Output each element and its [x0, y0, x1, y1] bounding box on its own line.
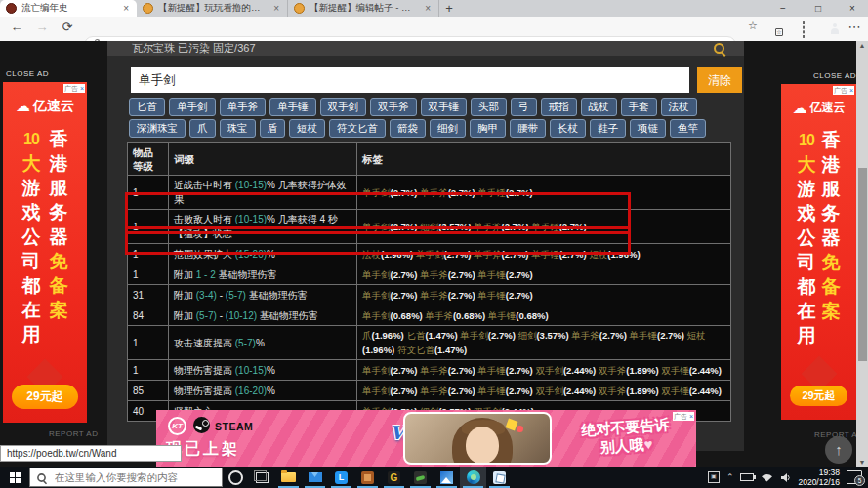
tag-link[interactable]: 符文匕首: [397, 345, 434, 355]
tag-link[interactable]: 单手剑: [362, 269, 391, 280]
filter-button-短杖[interactable]: 短杖: [289, 119, 325, 138]
filter-button-鞋子[interactable]: 鞋子: [590, 119, 626, 138]
close-ad-label-right[interactable]: CLOSE AD: [813, 71, 856, 80]
tag-link[interactable]: 单手锤: [477, 386, 506, 396]
browser-tab-1[interactable]: 【新提醒】玩玩看撸的帖子 - 1×: [137, 0, 288, 17]
close-window-button[interactable]: ×: [836, 0, 868, 17]
tab-close-icon[interactable]: ×: [271, 3, 281, 14]
g-app-button[interactable]: G: [381, 467, 407, 488]
filter-button-弓[interactable]: 弓: [511, 98, 537, 116]
tag-link[interactable]: 单手剑: [362, 365, 391, 376]
tag-link[interactable]: 细剑: [517, 330, 536, 341]
filter-button-珠宝[interactable]: 珠宝: [220, 119, 256, 138]
browser-tab-2[interactable]: 【新提醒】编辑帖子 - 乞丐版弗布×: [288, 0, 439, 17]
tag-link[interactable]: 单手锤: [477, 269, 506, 280]
filter-button-戒指[interactable]: 戒指: [541, 98, 577, 116]
filter-button-长杖[interactable]: 长杖: [550, 119, 586, 138]
tag-link[interactable]: 单手斧: [420, 386, 448, 396]
speaker-icon[interactable]: [780, 472, 791, 483]
close-ad-label-left[interactable]: CLOSE AD: [6, 69, 49, 78]
task-view-button[interactable]: [249, 467, 275, 488]
tag-link[interactable]: 单手斧: [420, 269, 448, 280]
filter-button-盾[interactable]: 盾: [260, 119, 286, 138]
edge-browser-button[interactable]: [460, 467, 486, 488]
tag-link[interactable]: 单手锤: [477, 290, 506, 301]
filter-button-手套[interactable]: 手套: [621, 98, 657, 116]
more-menu-icon[interactable]: ⋯: [846, 20, 863, 34]
tag-link[interactable]: 单手剑: [362, 386, 391, 396]
tab-close-icon[interactable]: ×: [423, 3, 433, 14]
favorites-star-icon[interactable]: ☆: [744, 20, 762, 32]
tag-link[interactable]: 双手剑: [535, 386, 563, 396]
tray-app-icon[interactable]: ▣: [708, 471, 720, 483]
back-to-top-button[interactable]: ↑: [825, 436, 852, 464]
filter-button-双手剑[interactable]: 双手剑: [320, 98, 367, 116]
filter-button-项链[interactable]: 项链: [630, 119, 666, 138]
filter-button-战杖[interactable]: 战杖: [581, 98, 617, 116]
tag-link[interactable]: 双手斧: [599, 365, 627, 376]
tag-link[interactable]: 双手锤: [661, 386, 689, 396]
collections-icon[interactable]: ☆: [770, 22, 788, 37]
line-app-button[interactable]: L: [328, 467, 354, 488]
mod-search-input[interactable]: [131, 67, 689, 93]
tab-close-icon[interactable]: ×: [121, 3, 131, 14]
tag-link[interactable]: 双手斧: [599, 386, 627, 396]
maximize-button[interactable]: □: [802, 0, 835, 17]
hidden-icons-chevron[interactable]: ⌃: [726, 472, 734, 482]
clock[interactable]: 19:38 2020/12/16: [798, 468, 840, 487]
side-ad-left[interactable]: 广告× ☁亿速云 10大游戏公司都在用香港服务器免备案 29元起: [3, 82, 87, 423]
side-ad-right[interactable]: 广告× ☁亿速云 10大游戏公司都在用香港服务器免备案 29元起: [781, 84, 856, 420]
filter-button-单手锤[interactable]: 单手锤: [269, 98, 316, 116]
tag-link[interactable]: 单手剑: [362, 310, 391, 321]
filter-button-双手斧[interactable]: 双手斧: [370, 98, 417, 116]
tag-link[interactable]: 单手锤: [488, 310, 517, 321]
filter-button-箭袋[interactable]: 箭袋: [390, 119, 426, 138]
notification-center-icon[interactable]: 5: [847, 470, 862, 484]
filter-button-爪[interactable]: 爪: [189, 119, 216, 138]
filter-button-符文匕首[interactable]: 符文匕首: [329, 119, 386, 138]
orange-app-button[interactable]: [354, 467, 381, 488]
cortana-button[interactable]: [223, 467, 249, 488]
mail-app-button[interactable]: [302, 467, 328, 488]
tag-link[interactable]: 匕首: [406, 330, 425, 341]
ad-badge[interactable]: 广告×: [63, 84, 85, 93]
filter-button-法杖[interactable]: 法杖: [661, 98, 697, 116]
tag-link[interactable]: 单手斧: [425, 310, 453, 321]
filter-button-双手锤[interactable]: 双手锤: [421, 98, 468, 116]
tag-link[interactable]: 单手剑: [362, 290, 391, 301]
report-ad-label-left[interactable]: REPORT AD: [49, 429, 98, 438]
tag-link[interactable]: 单手锤: [629, 330, 657, 341]
filter-button-鱼竿[interactable]: 鱼竿: [670, 119, 706, 138]
filter-button-腰带[interactable]: 腰带: [510, 119, 546, 138]
reload-icon[interactable]: ⟳: [59, 20, 76, 34]
scrollbar-thumb[interactable]: [858, 168, 867, 361]
game-app-button[interactable]: [407, 467, 434, 488]
start-button[interactable]: [0, 467, 29, 488]
filter-button-单手剑[interactable]: 单手剑: [169, 98, 216, 116]
filter-button-匕首[interactable]: 匕首: [129, 98, 165, 116]
ad-cta-button[interactable]: 29元起: [790, 386, 847, 406]
tag-link[interactable]: 单手斧: [571, 330, 599, 341]
battery-icon[interactable]: [740, 473, 754, 481]
clear-button[interactable]: 清除: [697, 67, 742, 93]
tag-link[interactable]: 双手锤: [661, 365, 689, 376]
tag-link[interactable]: 双手剑: [535, 365, 563, 376]
tag-link[interactable]: 爪: [362, 330, 372, 341]
minimize-button[interactable]: −: [766, 0, 800, 17]
tag-link[interactable]: 单手锤: [477, 365, 506, 376]
wifi-icon[interactable]: [761, 472, 773, 483]
ad-cta-button[interactable]: 29元起: [12, 385, 77, 409]
tag-link[interactable]: 单手斧: [420, 290, 448, 301]
ad-badge[interactable]: 广告×: [833, 86, 854, 95]
tag-link[interactable]: 短杖: [687, 330, 706, 341]
file-explorer-button[interactable]: [275, 467, 302, 488]
filter-button-胸甲[interactable]: 胸甲: [470, 119, 506, 138]
photos-app-button[interactable]: [434, 467, 460, 488]
new-tab-button[interactable]: +: [439, 0, 459, 17]
scrollbar[interactable]: ▲ ▼: [856, 41, 868, 467]
web-capture-icon[interactable]: [795, 22, 812, 37]
tag-link[interactable]: 单手剑: [460, 330, 488, 341]
filter-button-头部[interactable]: 头部: [471, 98, 507, 116]
ad-badge[interactable]: 广告×: [673, 412, 694, 421]
browser-tab-0[interactable]: 流亡编年史×: [0, 0, 137, 17]
